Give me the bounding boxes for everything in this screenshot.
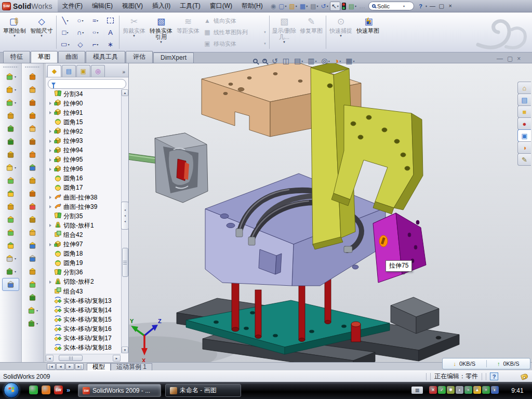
rapid-sketch-button[interactable]: ▣ϟ 快速草图 — [354, 14, 381, 51]
dropdown-icon[interactable]: ▾ — [327, 4, 328, 8]
traffic-light-icon[interactable] — [341, 2, 347, 11]
dropdown-icon[interactable]: ▾ — [339, 59, 341, 63]
tree-item[interactable]: 实体-移动/复制15 — [46, 315, 121, 324]
custom-properties-tab[interactable]: ✎ — [517, 153, 531, 166]
arc-icon[interactable]: ∩▾ — [73, 26, 88, 38]
quick-snaps-button[interactable]: ⊙ 快速捕捉 ▼ — [327, 14, 354, 51]
dropdown-icon[interactable]: ▾ — [15, 101, 16, 104]
draft-analysis-icon[interactable] — [22, 200, 43, 213]
move-entities-button[interactable]: ▣移动实体▼ — [202, 38, 268, 49]
menu-item-0[interactable]: 文件(F) — [58, 1, 87, 11]
display-style-icon[interactable]: ▥▾ — [308, 57, 316, 65]
expand-icon[interactable] — [48, 224, 52, 227]
mold-assembly-model[interactable]: Y Z X — [129, 63, 532, 362]
tree-item[interactable]: 拉伸91 — [46, 108, 121, 117]
tree-item[interactable]: 拉伸94 — [46, 146, 121, 155]
tree-item[interactable]: 拉伸92 — [46, 127, 121, 136]
print-icon[interactable]: ▤▾ — [309, 2, 319, 11]
expand-icon[interactable] — [48, 140, 52, 143]
scroll-up-icon[interactable]: ▲ — [122, 89, 128, 96]
dropdown-icon[interactable]: ▾ — [66, 31, 68, 34]
help-dropdown-icon[interactable]: ▾ — [425, 4, 427, 8]
dropdown-icon[interactable]: ▾ — [82, 31, 84, 34]
fillet2-icon[interactable] — [22, 278, 43, 291]
curve-icon[interactable]: ▾ — [0, 265, 21, 278]
boss-extrude-icon[interactable]: ▾ — [0, 70, 21, 83]
dropdown-icon[interactable]: ▾ — [36, 322, 38, 325]
tags-icon[interactable] — [521, 373, 528, 380]
taskbar-window-paint[interactable]: 未命名 - 画图 — [165, 384, 241, 397]
repair-sketch-button[interactable]: ✎ 修复草图 — [298, 14, 325, 51]
media-app-icon[interactable] — [42, 385, 50, 394]
dropdown-icon[interactable]: ▾ — [317, 4, 318, 8]
dropdown-icon[interactable]: ▾ — [306, 4, 308, 8]
freeform-icon[interactable]: ▾ — [22, 304, 43, 317]
flatten-surface-icon[interactable] — [22, 252, 43, 265]
dropdown-icon[interactable]: ▾ — [296, 4, 297, 8]
dropdown-icon[interactable]: ▾ — [353, 59, 354, 63]
antivirus-tray-icon[interactable]: ✕ — [429, 386, 437, 394]
scrollbar-thumb[interactable] — [59, 355, 83, 361]
help-button[interactable]: ? — [416, 3, 425, 9]
zoom-area-icon[interactable] — [262, 59, 267, 63]
delete-body-icon[interactable]: ▾ — [0, 252, 21, 265]
mold-box-icon[interactable] — [22, 213, 43, 226]
core-icon[interactable] — [22, 96, 43, 109]
boundary-boss-icon[interactable] — [0, 135, 21, 148]
radiate-surface-icon[interactable] — [22, 239, 43, 252]
tree-item[interactable]: 实体-移动/复制17 — [46, 334, 121, 343]
solidworks-search-tab[interactable]: ● — [517, 117, 531, 130]
restore-button[interactable]: ▢ — [437, 3, 446, 9]
selection-box-icon[interactable] — [103, 15, 118, 26]
sync-tray-icon[interactable]: ◐ — [491, 386, 499, 394]
display-delete-relations-button[interactable]: ▧ 显示/删除几... ▼ — [271, 14, 298, 51]
dropdown-icon[interactable]: ▾ — [97, 43, 98, 46]
tree-item[interactable]: 实体-移动/复制13 — [46, 296, 121, 305]
tree-item[interactable]: 拉伸93 — [46, 136, 121, 145]
search-dropdown-icon[interactable]: ▾ — [403, 4, 405, 8]
dropdown-icon[interactable]: ▾ — [68, 43, 70, 46]
tab-nav-1[interactable]: ◄ — [56, 363, 65, 370]
quick-tips-button[interactable]: ? — [490, 373, 498, 380]
taskbar-window-solidworks[interactable]: SWSolidWorks 2009 - ... — [78, 384, 161, 397]
tree-item[interactable]: 切除-放样1 — [46, 221, 121, 230]
scrollbar-thumb[interactable] — [122, 248, 128, 277]
security-tray-icon[interactable]: ✓ — [438, 386, 446, 394]
file-explorer-tab[interactable]: ■ — [517, 105, 531, 118]
tab-DimXpert[interactable]: DimXpert — [153, 52, 194, 63]
dropdown-icon[interactable]: ▾ — [315, 59, 316, 63]
expand-icon[interactable] — [48, 158, 52, 162]
pattern-icon[interactable]: ▾ — [0, 161, 21, 174]
dropdown-icon[interactable]: ▾ — [82, 19, 83, 22]
tree-item[interactable]: 组合43 — [46, 287, 121, 296]
parting-surface-icon[interactable] — [22, 135, 43, 148]
dropdown-icon[interactable]: ▾ — [66, 19, 68, 22]
previous-view-icon[interactable]: ↺ — [272, 57, 278, 65]
tree-item[interactable]: 圆角18 — [46, 249, 121, 259]
undercut-icon[interactable] — [22, 187, 43, 200]
insert-mold-icon[interactable] — [22, 174, 43, 187]
configurationmanager-tab[interactable]: ▣ — [76, 65, 90, 77]
menu-item-2[interactable]: 视图(V) — [117, 1, 148, 11]
expand-icon[interactable] — [48, 111, 52, 114]
tree-filter-box[interactable] — [48, 79, 126, 89]
circle-icon[interactable]: ○▾ — [73, 15, 88, 26]
expand-icon[interactable] — [48, 102, 52, 105]
shut-off-surface-icon[interactable] — [22, 122, 43, 135]
dropdown-icon[interactable]: ▾ — [15, 75, 16, 78]
spline-icon[interactable]: ≈▾ — [88, 15, 103, 26]
tree-item[interactable]: 拉伸97 — [46, 240, 121, 249]
dropdown-icon[interactable]: ▾ — [97, 19, 98, 22]
panel-splitter-handle[interactable]: ◂◂◂ — [121, 202, 129, 230]
draft-icon[interactable] — [0, 187, 21, 200]
tab-曲面[interactable]: 曲面 — [58, 51, 85, 63]
sketch-fillet-icon[interactable]: ⌐▾ — [88, 38, 103, 50]
tab-模具工具[interactable]: 模具工具 — [86, 51, 125, 63]
view-orientation-icon[interactable]: ▤▾ — [294, 57, 303, 65]
slot-icon[interactable]: ▢▾ — [58, 38, 73, 50]
tab-模型[interactable]: 模型 — [87, 363, 111, 370]
updater-tray-icon[interactable]: ✱ — [447, 386, 455, 394]
combine-icon[interactable] — [0, 226, 21, 239]
point-icon[interactable]: ∗ — [103, 38, 118, 50]
doc-close-button[interactable]: × — [517, 55, 521, 62]
